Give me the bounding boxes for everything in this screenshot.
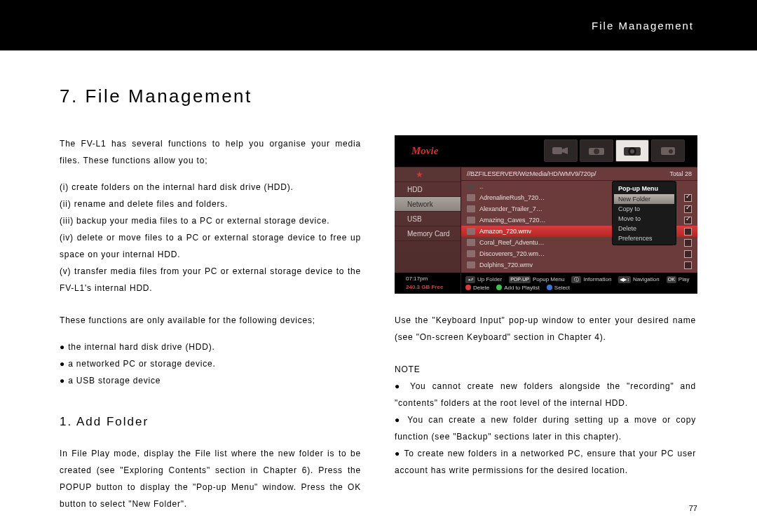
ss-side-usb[interactable]: USB <box>395 212 461 226</box>
ss-status: 07:17pm 240.3 GB Free <box>395 273 461 294</box>
device-hdd: the internal hard disk drive (HDD). <box>60 339 361 355</box>
hint-info: ⓘInformation <box>571 276 611 283</box>
hint-label: Play <box>678 276 690 282</box>
compact-camera-icon[interactable] <box>651 139 685 162</box>
ss-filename: Amazing_Caves_720… <box>479 217 546 224</box>
device-usb: a USB storage device <box>60 372 361 389</box>
blue-key-icon <box>547 285 552 290</box>
red-key-icon <box>465 285 471 290</box>
point-ii: (ii) rename and delete files and folders… <box>60 196 361 212</box>
checkbox-icon[interactable] <box>684 228 692 236</box>
ss-breadcrumb: //BZFILESERVER/WizMedia/HD/WMV9/720p/ To… <box>461 168 697 181</box>
hint-label: Navigation <box>633 276 660 282</box>
ss-sidebar: ★ HDD Network USB Memory Card <box>395 168 461 273</box>
file-icon <box>467 250 475 257</box>
hint-nav: ◀▶↕Navigation <box>618 276 659 283</box>
popup-key-icon: POP-UP <box>509 276 531 283</box>
ss-category-icons <box>544 139 685 162</box>
ss-file-row[interactable]: Discoverers_720.wm… <box>461 248 697 259</box>
green-key-icon <box>496 285 502 290</box>
ss-filename: AdrenalineRush_720… <box>479 194 545 201</box>
svg-point-8 <box>669 149 673 154</box>
ss-time: 07:17pm <box>406 275 461 283</box>
hint-label: Popup Menu <box>533 276 564 282</box>
file-icon <box>467 228 475 235</box>
hint-delete: Delete <box>465 285 489 291</box>
ss-popup-move-to[interactable]: Move to <box>614 214 674 224</box>
page-body: 7. File Management The FV-L1 has several… <box>0 50 757 512</box>
ss-popup-delete[interactable]: Delete <box>614 224 674 233</box>
hint-playlist: Add to Playlist <box>496 285 540 291</box>
hint-select: Select <box>547 285 570 291</box>
ss-total-count: Total 28 <box>669 170 692 177</box>
devices-intro: These functions are only available for t… <box>60 312 361 329</box>
chapter-title: 7. File Management <box>60 86 697 107</box>
point-iii: (iii) backup your media files to a PC or… <box>60 212 361 229</box>
svg-rect-7 <box>661 147 675 155</box>
point-v: (v) transfer media files from your PC or… <box>60 263 361 296</box>
note-2: You can create a new folder during setti… <box>395 411 696 445</box>
hint-label: Add to Playlist <box>504 285 540 291</box>
ss-filename: Discoverers_720.wm… <box>479 250 545 257</box>
info-key-icon: ⓘ <box>571 276 581 283</box>
ss-side-memorycard[interactable]: Memory Card <box>395 226 461 241</box>
page-number: 77 <box>689 504 697 512</box>
ss-popup-title: Pop-up Menu <box>614 183 674 194</box>
ss-top-row: Movie <box>395 135 697 167</box>
return-key-icon: ⮐ <box>465 276 475 283</box>
checkbox-icon[interactable] <box>684 217 692 224</box>
ss-side-favorites[interactable]: ★ <box>395 168 461 182</box>
ss-popup-copy-to[interactable]: Copy to <box>614 204 674 214</box>
file-icon <box>467 217 475 224</box>
header-section-title: File Management <box>592 20 694 32</box>
svg-marker-1 <box>562 147 568 154</box>
folder-up-icon <box>467 183 475 190</box>
device-network: a networked PC or storage device. <box>60 355 361 372</box>
right-column: Movie ★ HDD Network USB Memory Card <box>395 135 696 512</box>
checkbox-icon[interactable] <box>684 250 692 258</box>
ss-popup-preferences[interactable]: Preferences <box>614 233 674 243</box>
device-screenshot: Movie ★ HDD Network USB Memory Card <box>395 135 697 294</box>
checkbox-icon[interactable] <box>684 194 692 202</box>
camcorder-icon[interactable] <box>544 139 578 162</box>
hint-popup: POP-UPPopup Menu <box>509 276 564 283</box>
ss-file-row[interactable]: Dolphins_720.wmv <box>461 259 697 271</box>
ss-hints: ⮐Up Folder POP-UPPopup Menu ⓘInformation… <box>461 273 697 294</box>
ss-filename: Amazon_720.wmv <box>479 228 531 235</box>
keyboard-paragraph: Use the "Keyboard Input" pop-up window t… <box>395 312 696 346</box>
header-bar: File Management <box>0 0 757 50</box>
hint-label: Delete <box>473 285 489 291</box>
photo-camera-icon[interactable] <box>580 139 613 162</box>
file-icon <box>467 261 475 268</box>
hint-up-folder: ⮐Up Folder <box>465 276 502 283</box>
ss-side-network[interactable]: Network <box>395 197 461 212</box>
note-label: NOTE <box>395 361 696 378</box>
hint-label: Information <box>583 276 611 282</box>
ss-popup-new-folder[interactable]: New Folder <box>614 194 674 204</box>
left-column: The FV-L1 has several functions to help … <box>60 135 361 512</box>
note-3: To create new folders in a networked PC,… <box>395 445 696 479</box>
file-icon <box>467 205 475 212</box>
point-i: (i) create folders on the internal hard … <box>60 179 361 196</box>
checkbox-icon[interactable] <box>684 239 692 247</box>
ss-file-area: //BZFILESERVER/WizMedia/HD/WMV9/720p/ To… <box>461 168 697 273</box>
ss-filename: Coral_Reef_Adventu… <box>479 239 545 246</box>
hint-label: Up Folder <box>477 276 502 282</box>
subsection-title: 1. Add Folder <box>60 410 361 434</box>
dslr-icon[interactable] <box>615 139 649 162</box>
ss-filename: Dolphins_720.wmv <box>479 261 533 268</box>
ok-key-icon: OK <box>667 276 676 283</box>
file-icon <box>467 194 475 201</box>
add-folder-paragraph: In File Play mode, display the File list… <box>60 445 361 512</box>
ss-filename: Alexander_Trailer_7… <box>479 205 543 212</box>
hint-play: OKPlay <box>667 276 690 283</box>
svg-rect-0 <box>552 147 562 154</box>
ss-side-hdd[interactable]: HDD <box>395 182 461 197</box>
svg-point-3 <box>594 149 599 154</box>
ss-free-space: 240.3 GB Free <box>406 283 461 292</box>
intro-paragraph: The FV-L1 has several functions to help … <box>60 135 361 169</box>
checkbox-icon[interactable] <box>684 205 692 213</box>
point-iv: (iv) delete or move files to a PC or ext… <box>60 229 361 263</box>
ss-bottom-bar: 07:17pm 240.3 GB Free ⮐Up Folder POP-UPP… <box>395 273 697 294</box>
checkbox-icon[interactable] <box>684 261 692 269</box>
